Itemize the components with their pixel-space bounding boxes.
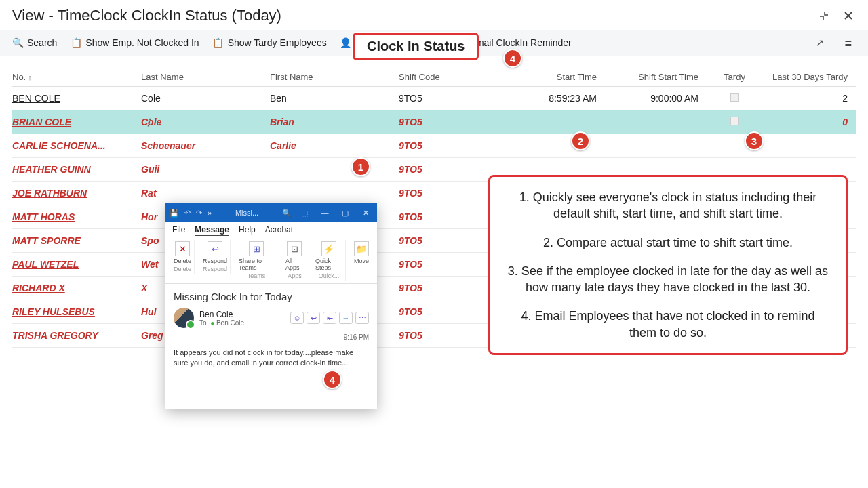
cell-shift: 9TO5 (399, 330, 500, 341)
email-subject: Missing Clock In for Today (165, 284, 377, 305)
reply-icon: ↩ (208, 241, 222, 256)
cell-no[interactable]: HEATHER GUINN (12, 164, 141, 175)
cell-last: Guii (141, 164, 270, 175)
ribbon-respond-group: Respond (203, 266, 227, 272)
cell-shift: 9TO5 (399, 140, 500, 151)
email-label: Email ClockIn Reminder (470, 37, 572, 48)
ribbon-apps[interactable]: ⊡All AppsApps (283, 240, 307, 281)
ribbon-teams-label: Share to Teams (239, 258, 274, 271)
row-menu-icon[interactable]: ⋮ (144, 117, 153, 127)
cell-no[interactable]: MATT SPORRE (12, 235, 141, 246)
col-last30[interactable]: Last 30 Days Tardy (765, 72, 853, 82)
reply-all-icon[interactable]: ⇤ (323, 312, 336, 324)
search-icon: 🔍 (12, 37, 23, 48)
ribbon-move[interactable]: 📁Move (351, 240, 372, 266)
col-tardy[interactable]: Tardy (704, 72, 765, 82)
minimize-icon[interactable]: — (317, 209, 332, 217)
close-icon[interactable] (841, 8, 856, 23)
search-button[interactable]: 🔍 Search (12, 37, 57, 48)
share-icon[interactable]: ↗ (812, 35, 827, 50)
cell-shift: 9TO5 (399, 283, 500, 293)
cell-first: Ben (270, 93, 399, 104)
reply-icon[interactable]: ↩ (307, 312, 320, 324)
list-view-icon[interactable]: ≣ (841, 35, 856, 50)
cell-shift: 9TO5 (399, 188, 500, 199)
redo-icon[interactable]: ↷ (196, 209, 202, 218)
info-1: 1. Quickly see everyone's clock in statu… (507, 189, 829, 222)
ribbon-apps-group: Apps (288, 272, 302, 279)
more-icon[interactable]: ⋯ (355, 312, 369, 324)
cell-no[interactable]: RICHARD X (12, 283, 141, 293)
maximize-icon[interactable]: ▢ (338, 209, 353, 218)
col-shift-start[interactable]: Shift Start Time (602, 72, 704, 82)
outlook-window-title: Missi... (217, 209, 277, 217)
undo-icon[interactable]: ↶ (184, 209, 191, 218)
page-title: View - TimeClock ClockIn Status (Today) (12, 7, 281, 24)
tab-file[interactable]: File (172, 225, 185, 236)
save-icon[interactable]: 💾 (170, 209, 179, 218)
show-not-clocked-button[interactable]: 📋 Show Emp. Not Clocked In (71, 37, 199, 48)
email-from: Ben Cole (199, 310, 244, 319)
move-icon: 📁 (354, 241, 369, 256)
cell-no[interactable]: BRIAN COLE⋮ (12, 117, 141, 127)
ribbon-apps-label: All Apps (285, 258, 304, 271)
email-to: To ● Ben Cole (199, 319, 244, 327)
tab-help[interactable]: Help (239, 225, 256, 236)
search-icon[interactable]: 🔍 (282, 209, 292, 218)
email-time: 9:16 PM (165, 333, 377, 344)
col-last[interactable]: Last Name (141, 72, 270, 82)
tab-message[interactable]: Message (195, 225, 229, 236)
cell-tardy (704, 93, 765, 104)
cell-no[interactable]: TRISHA GREGORY (12, 330, 141, 341)
not-clocked-label: Show Emp. Not Clocked In (85, 37, 199, 48)
collapse-icon[interactable] (816, 8, 831, 23)
list-icon: 📋 (71, 37, 81, 48)
col-shift[interactable]: Shift Code (399, 72, 500, 82)
avatar[interactable] (174, 308, 194, 328)
popout-icon[interactable]: ⬚ (297, 209, 312, 218)
apps-icon: ⊡ (287, 241, 302, 256)
cell-shift: 9TO5 (399, 306, 500, 317)
ribbon-quick[interactable]: ⚡Quick StepsQuick... (313, 240, 346, 281)
cell-shift: 9TO5 (399, 211, 500, 222)
ribbon-respond[interactable]: ↩RespondRespond (200, 240, 231, 274)
tardy-checkbox (730, 93, 739, 102)
tab-acrobat[interactable]: Acrobat (265, 225, 293, 236)
cell-no[interactable]: JOE RATHBURN (12, 188, 141, 199)
search-label: Search (27, 37, 57, 48)
overflow-icon[interactable]: » (208, 209, 212, 217)
cell-shift: 9TO5 (399, 259, 500, 270)
cell-no[interactable]: PAUL WETZEL (12, 259, 141, 270)
col-no[interactable]: No. (12, 72, 141, 82)
table-row[interactable]: CARLIE SCHOENA...SchoenauerCarlie9TO5 (12, 134, 856, 158)
outlook-window: 💾 ↶ ↷ » Missi... 🔍 ⬚ — ▢ ✕ File Message … (165, 203, 377, 409)
cell-no[interactable]: MATT HORAS (12, 211, 141, 222)
tardy-checkbox (730, 117, 739, 125)
grid-header: No. Last Name First Name Shift Code Star… (12, 68, 856, 87)
ribbon-delete[interactable]: ✕DeleteDelete (171, 240, 195, 274)
ribbon-teams-group: Teams (248, 272, 266, 279)
table-row[interactable]: BEN COLEColeBen9TO58:59:23 AM9:00:00 AM2 (12, 87, 856, 110)
cell-last: Schoenauer (141, 140, 270, 151)
badge-4b: 4 (323, 370, 342, 389)
col-first[interactable]: First Name (270, 72, 399, 82)
forward-icon[interactable]: → (339, 312, 353, 324)
show-tardy-button[interactable]: 📋 Show Tardy Employees (213, 37, 327, 48)
ribbon-teams[interactable]: ⊞Share to TeamsTeams (236, 240, 277, 281)
col-start[interactable]: Start Time (500, 72, 602, 82)
cell-no[interactable]: CARLIE SCHOENA... (12, 140, 141, 151)
delete-icon: ✕ (175, 241, 190, 256)
cell-last30: 0 (765, 117, 853, 127)
outlook-titlebar[interactable]: 💾 ↶ ↷ » Missi... 🔍 ⬚ — ▢ ✕ (165, 203, 377, 222)
react-icon[interactable]: ☺ (290, 312, 304, 324)
ribbon-delete-label: Delete (174, 258, 191, 264)
badge-1: 1 (351, 157, 370, 176)
cell-no[interactable]: RILEY HULSEBUS (12, 306, 141, 317)
outlook-ribbon: ✕DeleteDelete ↩RespondRespond ⊞Share to … (165, 236, 377, 284)
cell-no[interactable]: BEN COLE (12, 93, 141, 104)
cell-last30: 2 (765, 93, 853, 104)
table-row[interactable]: BRIAN COLE⋮ColeBrian9TO50 (12, 110, 856, 134)
cell-first: Brian (270, 117, 399, 127)
close-icon[interactable]: ✕ (358, 209, 373, 218)
badge-2: 2 (571, 131, 590, 150)
